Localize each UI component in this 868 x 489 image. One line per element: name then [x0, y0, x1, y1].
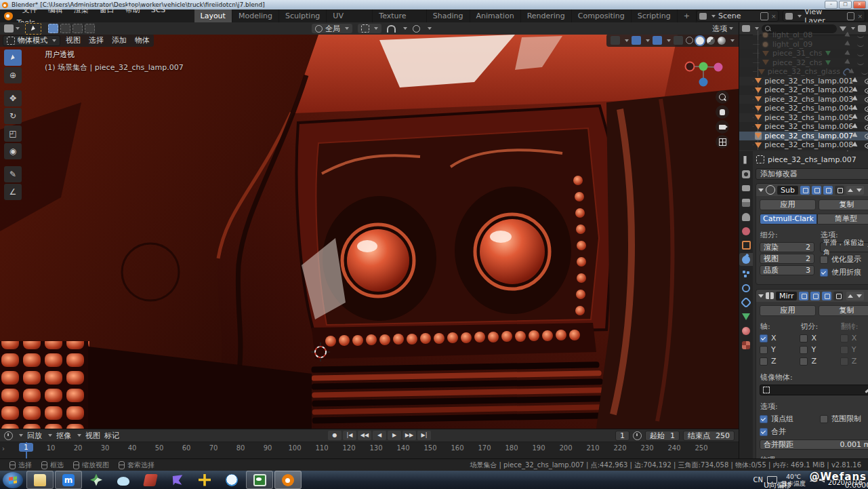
axis-x-checkbox[interactable]: [760, 334, 768, 343]
expand-icon[interactable]: [758, 294, 764, 298]
frame-start-field[interactable]: 起始1: [645, 431, 680, 441]
properties-tab[interactable]: [739, 196, 753, 209]
menu-item[interactable]: 渲染: [68, 5, 94, 14]
new-view-layer-icon[interactable]: [847, 12, 855, 20]
outliner-row[interactable]: piece_32_chs: [739, 58, 868, 68]
subdiv-value-field[interactable]: 视图2: [760, 254, 814, 264]
properties-tab[interactable]: [739, 210, 753, 223]
language-indicator[interactable]: CN: [753, 476, 763, 484]
current-frame-indicator[interactable]: 1: [19, 443, 33, 452]
outliner-row[interactable]: light_ol_09: [739, 40, 868, 50]
tool-scale[interactable]: ◰: [4, 125, 22, 142]
copy-button[interactable]: 复制: [819, 199, 868, 210]
visibility-eye-icon[interactable]: [856, 58, 865, 66]
visibility-eye-icon[interactable]: [856, 50, 865, 58]
toggle-editmode-icon[interactable]: [823, 186, 833, 195]
workspace-tab[interactable]: Modeling: [232, 9, 279, 22]
bisect-x-checkbox[interactable]: [800, 334, 808, 343]
current-frame-field[interactable]: 1: [615, 431, 629, 441]
tool-measure[interactable]: ∠: [4, 184, 22, 200]
outliner-row[interactable]: piece_31_chs: [739, 49, 868, 58]
pivot-point-dropdown[interactable]: [358, 24, 381, 33]
workspace-tab[interactable]: Texture Paint: [373, 9, 427, 22]
menu-item[interactable]: 编辑: [43, 5, 68, 14]
mirror-object-field[interactable]: [760, 385, 868, 395]
view-layer-selector[interactable]: View Layer ×: [783, 10, 865, 22]
axis-y-checkbox[interactable]: [760, 346, 768, 354]
tool-move[interactable]: ✥: [4, 90, 22, 106]
tool-options-dropdown[interactable]: 选项: [712, 24, 733, 34]
outliner-row[interactable]: piece_32_chs_lamp.008: [739, 140, 868, 150]
copy-button[interactable]: 复制: [819, 305, 868, 316]
workspace-tab[interactable]: UV Editing: [327, 9, 373, 22]
camera-view-button[interactable]: [716, 120, 729, 134]
properties-tab[interactable]: [739, 281, 753, 294]
shading-dropdown[interactable]: [730, 39, 735, 42]
tool-rotate[interactable]: ↻: [4, 108, 22, 124]
perspective-toggle-button[interactable]: [716, 135, 729, 149]
selectable-icon[interactable]: [844, 59, 851, 66]
snap-toggle[interactable]: [387, 25, 396, 33]
bisect-z-checkbox[interactable]: [800, 357, 808, 366]
workspace-tab[interactable]: Sculpting: [279, 9, 327, 22]
properties-tab[interactable]: [739, 168, 753, 180]
axis-z-checkbox[interactable]: [760, 357, 768, 366]
playback-button[interactable]: ▶|: [417, 431, 431, 440]
outliner-row[interactable]: piece_32_chs_lamp.001: [739, 77, 868, 86]
outliner-row[interactable]: piece_32_chs_lamp.002: [739, 85, 868, 95]
timeline-ruler[interactable]: › 10203040506070809010011012013014015016…: [0, 442, 739, 459]
toggle-cage-icon[interactable]: [835, 186, 844, 195]
visibility-eye-icon[interactable]: [856, 31, 865, 39]
move-down-button[interactable]: [855, 292, 864, 300]
workspace-tab[interactable]: Animation: [470, 9, 521, 22]
subdiv-value-field[interactable]: 渲染2: [760, 242, 814, 252]
viewport-menu-item[interactable]: 视图: [66, 35, 81, 45]
toggle-viewport-icon[interactable]: [810, 292, 820, 300]
outliner-row[interactable]: piece_32_chs_lamp.007: [739, 132, 868, 141]
playback-button[interactable]: |◀: [343, 431, 356, 440]
pan-button[interactable]: [716, 105, 729, 119]
visibility-eye-icon[interactable]: [864, 132, 865, 140]
menu-item[interactable]: 文件: [17, 5, 43, 14]
properties-tab[interactable]: [739, 310, 753, 323]
visibility-eye-icon[interactable]: [864, 95, 865, 103]
taskbar-app-button[interactable]: m: [55, 471, 82, 489]
gizmos-dropdown[interactable]: [632, 36, 641, 45]
use-preview-range-icon[interactable]: [633, 431, 642, 440]
move-up-button[interactable]: [846, 186, 855, 195]
timeline-collapse-arrow[interactable]: ›: [2, 445, 5, 452]
workspace-tab[interactable]: Layout: [194, 9, 232, 22]
visibility-eye-icon[interactable]: [864, 77, 865, 85]
taskbar-app-button[interactable]: [138, 471, 163, 488]
add-modifier-dropdown[interactable]: 添加修改器: [756, 168, 868, 180]
close-button[interactable]: ×: [853, 1, 866, 9]
view-menu[interactable]: 视图: [85, 431, 100, 441]
keys-menu[interactable]: 抠像: [56, 431, 71, 441]
playback-button[interactable]: ▶: [388, 431, 401, 440]
eyedropper-icon[interactable]: [865, 387, 868, 393]
playback-button[interactable]: ◀◀: [358, 431, 371, 440]
outliner-row[interactable]: piece_32_chs_lamp.003: [739, 95, 868, 104]
selectable-icon[interactable]: [844, 41, 851, 48]
move-up-button[interactable]: [846, 292, 855, 300]
workspace-tab[interactable]: Compositing: [572, 9, 632, 22]
modifier-name-field[interactable]: Sub: [777, 186, 798, 195]
taskbar-app-button[interactable]: [219, 471, 245, 488]
object-visibility-dropdown[interactable]: [611, 36, 620, 45]
workspace-tab[interactable]: Shading: [427, 9, 470, 22]
apply-button[interactable]: 应用: [760, 305, 816, 316]
proportional-edit-toggle[interactable]: [413, 25, 420, 33]
visibility-eye-icon[interactable]: [864, 141, 865, 149]
toggle-editmode-icon[interactable]: [822, 292, 831, 300]
expand-icon[interactable]: [758, 189, 764, 192]
select-tweak-button[interactable]: [48, 24, 58, 33]
toggle-cage-icon[interactable]: [833, 292, 843, 300]
taskbar-app-button[interactable]: [110, 471, 136, 488]
flip-x-checkbox[interactable]: [840, 334, 848, 343]
viewport-menu-item[interactable]: 添加: [112, 35, 127, 45]
marker-menu[interactable]: 标记: [104, 431, 119, 441]
xray-toggle[interactable]: [674, 36, 683, 45]
workspace-tab[interactable]: +: [678, 9, 697, 22]
apply-button[interactable]: 应用: [760, 199, 816, 210]
properties-tab[interactable]: [739, 239, 753, 252]
